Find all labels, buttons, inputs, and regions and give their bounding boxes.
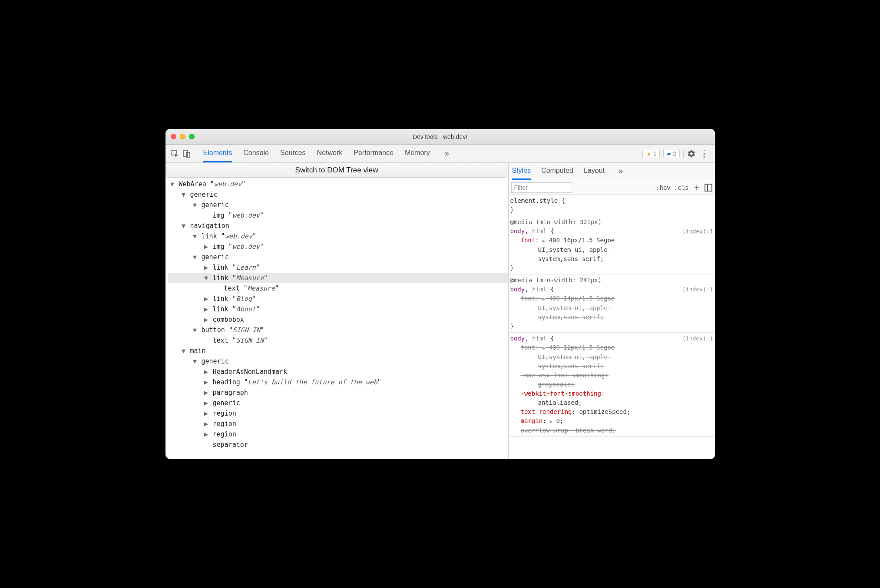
warnings-badge[interactable]: ▲ 1 <box>642 149 660 158</box>
rule-media-241[interactable]: @media (min-width: 241px) (index):1 body… <box>509 274 715 333</box>
expand-arrow-right-icon[interactable]: ▶ <box>204 398 209 408</box>
tree-row[interactable]: ▶ region <box>168 408 508 419</box>
rule-media-321[interactable]: @media (min-width: 321px) (index):1 body… <box>509 216 715 274</box>
tab-sources[interactable]: Sources <box>280 145 306 162</box>
expand-arrow-right-icon[interactable]: ▶ <box>204 429 209 439</box>
tree-row[interactable]: ▶ region <box>168 419 508 429</box>
tree-node-role: navigation <box>186 222 229 230</box>
expand-arrow-down-icon[interactable]: ▼ <box>170 179 175 189</box>
expand-arrow-right-icon[interactable]: ▶ <box>204 241 209 252</box>
tree-node-role: generic <box>209 399 240 407</box>
more-options-icon[interactable]: ⋮ <box>699 149 709 159</box>
expand-arrow-right-icon[interactable]: ▶ <box>204 367 209 377</box>
rule-element-style[interactable]: element.style { } <box>509 195 715 216</box>
settings-icon[interactable] <box>687 149 696 158</box>
tree-row[interactable]: ▶ img "web.dev" <box>168 210 508 221</box>
tab-network[interactable]: Network <box>317 145 343 162</box>
tree-node-role: img <box>209 243 225 251</box>
issues-badge[interactable]: ▰ 2 <box>663 149 679 158</box>
tree-row[interactable]: ▶ img "web.dev" <box>168 241 508 252</box>
tabs-overflow[interactable]: » <box>441 145 453 162</box>
styles-tab-computed[interactable]: Computed <box>541 163 573 180</box>
tree-row[interactable]: ▼ link "web.dev" <box>168 231 508 241</box>
rule-body-html[interactable]: (index):1 body, html { font: ▶ 400 12px/… <box>509 333 715 437</box>
expand-arrow-down-icon[interactable]: ▼ <box>192 325 198 335</box>
device-toolbar-icon[interactable] <box>182 149 192 159</box>
tab-console[interactable]: Console <box>243 145 269 162</box>
tree-node-name: "web.dev" <box>225 243 264 251</box>
expand-arrow-right-icon[interactable]: ▶ <box>204 377 209 387</box>
tree-row[interactable]: ▼ button "SIGN IN" <box>168 325 508 335</box>
expand-arrow-right-icon[interactable]: ▶ <box>204 294 209 304</box>
tree-row[interactable]: ▶ text "SIGN IN" <box>168 335 508 346</box>
tree-row[interactable]: ▼ generic <box>168 200 508 210</box>
tree-row[interactable]: ▶ generic <box>168 398 508 408</box>
toggle-tree-view-button[interactable]: Switch to DOM Tree view <box>165 163 508 178</box>
toolbar-left <box>165 145 196 162</box>
tree-row[interactable]: ▶ text "Measure" <box>168 283 508 294</box>
tree-row[interactable]: ▶ combobox <box>168 314 508 325</box>
tree-row[interactable]: ▶ paragraph <box>168 387 508 398</box>
tree-row[interactable]: ▶ HeaderAsNonLandmark <box>168 367 508 377</box>
tree-node-role: region <box>209 420 236 428</box>
expand-arrow-down-icon[interactable]: ▼ <box>181 346 186 356</box>
tree-row[interactable]: ▼ generic <box>168 189 508 200</box>
expand-arrow-down-icon[interactable]: ▼ <box>204 273 209 283</box>
expand-arrow-down-icon[interactable]: ▼ <box>192 231 198 241</box>
source-link[interactable]: (index):1 <box>682 285 713 294</box>
expand-arrow-right-icon[interactable]: ▶ <box>204 408 209 419</box>
inspect-element-icon[interactable] <box>170 149 179 159</box>
tree-node-name: "Measure" <box>228 274 268 282</box>
new-style-rule-button[interactable]: ＋ <box>692 182 701 193</box>
tree-row[interactable]: ▼ generic <box>168 356 508 367</box>
accessibility-tree[interactable]: ▼ WebArea "web.dev"▼ generic▼ generic▶ i… <box>165 178 508 459</box>
computed-sidebar-toggle-icon[interactable] <box>705 184 712 192</box>
expand-arrow-right-icon[interactable]: ▶ <box>204 314 209 325</box>
source-link[interactable]: (index):1 <box>682 334 713 343</box>
expand-arrow-right-icon[interactable]: ▶ <box>204 262 209 273</box>
tab-elements[interactable]: Elements <box>203 145 232 162</box>
tree-node-name: "web.dev" <box>217 232 256 240</box>
tree-row[interactable]: ▶ link "Learn" <box>168 262 508 273</box>
tree-node-name: "About" <box>228 305 260 313</box>
expand-arrow-right-icon[interactable]: ▶ <box>204 304 209 314</box>
tree-node-role: WebArea <box>175 180 206 188</box>
tree-row[interactable]: ▼ generic <box>168 252 508 262</box>
styles-tab-styles[interactable]: Styles <box>512 163 531 180</box>
expand-arrow-down-icon[interactable]: ▼ <box>192 252 198 262</box>
styles-filter-input[interactable] <box>511 182 572 193</box>
tab-memory[interactable]: Memory <box>405 145 430 162</box>
tree-row[interactable]: ▼ WebArea "web.dev" <box>168 179 508 189</box>
expand-arrow-down-icon[interactable]: ▼ <box>192 356 198 367</box>
styles-rules[interactable]: element.style { } @media (min-width: 321… <box>509 195 715 459</box>
tab-performance[interactable]: Performance <box>354 145 394 162</box>
tree-node-role: link <box>209 305 228 313</box>
expand-arrow-right-icon[interactable]: ▶ <box>204 419 209 429</box>
expand-arrow-down-icon[interactable]: ▼ <box>181 221 186 231</box>
tree-row[interactable]: ▶ heading "Let's build the future of the… <box>168 377 508 387</box>
tree-row[interactable]: ▶ separator <box>168 439 508 450</box>
tree-row[interactable]: ▶ link "Blog" <box>168 294 508 304</box>
expand-arrow-right-icon[interactable]: ▶ <box>204 387 209 398</box>
tree-row[interactable]: ▼ main <box>168 346 508 356</box>
warning-icon: ▲ <box>646 150 652 157</box>
elements-pane: Switch to DOM Tree view ▼ WebArea "web.d… <box>165 163 509 459</box>
expand-arrow-down-icon[interactable]: ▼ <box>181 189 186 200</box>
source-link[interactable]: (index):1 <box>682 227 713 236</box>
tree-row[interactable]: ▼ navigation <box>168 221 508 231</box>
cls-toggle[interactable]: .cls <box>674 184 689 191</box>
panel-tabs: Elements Console Sources Network Perform… <box>196 145 637 162</box>
devtools-window: DevTools - web.dev/ Elements Console Sou… <box>165 129 715 459</box>
hov-toggle[interactable]: :hov <box>656 184 671 191</box>
styles-tabs: Styles Computed Layout » <box>509 163 715 180</box>
tree-row[interactable]: ▶ link "About" <box>168 304 508 314</box>
expand-arrow-down-icon[interactable]: ▼ <box>192 200 198 210</box>
tree-node-role: separator <box>209 441 248 449</box>
tree-row[interactable]: ▼ link "Measure" <box>168 273 508 283</box>
tree-node-name: "Let's build the future of the web" <box>240 378 381 386</box>
styles-tabs-overflow[interactable]: » <box>615 163 626 180</box>
styles-tab-layout[interactable]: Layout <box>584 163 605 180</box>
tree-node-role: main <box>186 347 206 355</box>
tree-row[interactable]: ▶ region <box>168 429 508 439</box>
warnings-count: 1 <box>653 150 656 157</box>
